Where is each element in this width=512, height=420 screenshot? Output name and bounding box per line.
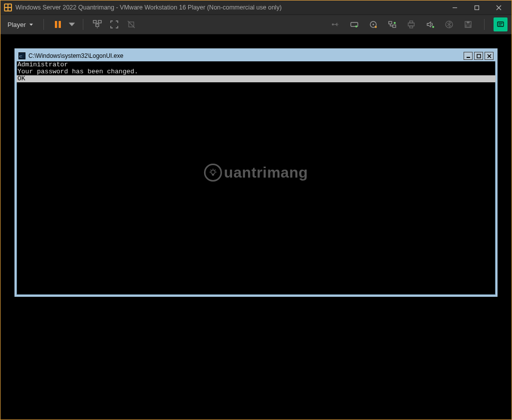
svg-rect-2 (8, 4, 11, 7)
svg-rect-11 (93, 20, 96, 23)
svg-rect-34 (498, 22, 504, 26)
send-ctrl-alt-del-button[interactable] (90, 17, 104, 31)
svg-point-25 (394, 22, 396, 24)
svg-rect-24 (393, 25, 396, 27)
floppy-icon (464, 20, 473, 29)
chevron-down-icon (68, 20, 76, 29)
svg-rect-41 (477, 54, 481, 58)
svg-rect-32 (467, 21, 470, 23)
close-button[interactable] (488, 0, 510, 14)
guest-maximize-button[interactable] (474, 52, 483, 60)
pause-button[interactable] (51, 17, 65, 31)
vmware-window: Windows Server 2022 Quantrimang - VMware… (0, 0, 512, 420)
messages-button[interactable] (494, 17, 508, 31)
sound-status-icon[interactable] (423, 17, 437, 31)
svg-rect-10 (58, 21, 61, 28)
minimize-button[interactable] (444, 0, 466, 14)
console-line-selected[interactable]: OK (16, 75, 496, 82)
drive-icon (350, 20, 359, 29)
fullscreen-icon (110, 20, 119, 29)
watermark-text: uantrimang (224, 164, 308, 181)
svg-rect-26 (408, 23, 414, 26)
svg-rect-9 (55, 21, 57, 28)
watermark: uantrimang (204, 164, 308, 182)
svg-rect-50 (212, 174, 214, 176)
sound-icon (426, 20, 435, 29)
svg-point-21 (373, 24, 374, 25)
vmware-toolbar: Player (0, 14, 512, 34)
console-line: Your password has been changed. (16, 68, 496, 75)
svg-line-49 (215, 170, 216, 171)
maximize-button[interactable] (466, 0, 488, 14)
chevron-down-icon (29, 22, 33, 27)
printer-icon (407, 20, 416, 29)
network-status-icon[interactable] (385, 17, 399, 31)
svg-rect-6 (475, 5, 479, 9)
console-line: Administrator (16, 61, 496, 68)
console-body[interactable]: AdministratorYour password has been chan… (16, 61, 496, 82)
svg-point-19 (355, 25, 357, 27)
player-menu[interactable]: Player (4, 19, 36, 30)
send-cad-icon (93, 20, 102, 29)
svg-point-44 (211, 170, 215, 174)
window-title: Windows Server 2022 Quantrimang - VMware… (15, 4, 444, 11)
network-icon (388, 20, 397, 29)
logonui-titlebar[interactable]: c: C:\Windows\system32\LogonUI.exe (16, 50, 496, 61)
svg-point-16 (332, 23, 334, 25)
unity-icon (127, 20, 136, 29)
printer-status-icon[interactable] (404, 17, 418, 31)
svg-text:c:: c: (19, 54, 22, 58)
svg-rect-27 (410, 21, 413, 23)
fullscreen-button[interactable] (107, 17, 121, 31)
svg-rect-1 (5, 4, 7, 7)
floppy-status-icon[interactable] (461, 17, 475, 31)
pause-icon (53, 20, 62, 29)
logonui-window: c: C:\Windows\system32\LogonUI.exe Admin… (14, 48, 498, 297)
cd-icon (369, 20, 378, 29)
bluetooth-icon (445, 20, 454, 29)
console-app-icon: c: (18, 52, 25, 59)
unity-button[interactable] (124, 17, 138, 31)
guest-display[interactable]: c: C:\Windows\system32\LogonUI.exe Admin… (0, 34, 512, 420)
svg-rect-4 (8, 8, 11, 10)
vmware-app-icon (3, 3, 12, 12)
bluetooth-status-icon[interactable] (442, 17, 456, 31)
svg-rect-12 (98, 20, 101, 23)
separator (43, 19, 44, 30)
svg-point-22 (375, 26, 377, 28)
svg-rect-23 (389, 21, 392, 24)
svg-point-29 (432, 26, 434, 28)
svg-rect-33 (466, 25, 470, 27)
power-dropdown[interactable] (68, 17, 76, 31)
svg-rect-28 (410, 26, 413, 28)
cd-status-icon[interactable] (366, 17, 380, 31)
svg-rect-3 (5, 8, 7, 10)
guest-minimize-button[interactable] (464, 52, 473, 60)
usb-status-icon[interactable] (328, 17, 342, 31)
message-icon (496, 20, 505, 29)
usb-icon (331, 20, 340, 29)
window-controls (444, 0, 510, 14)
svg-rect-40 (467, 57, 470, 58)
svg-rect-13 (96, 24, 99, 26)
logonui-title: C:\Windows\system32\LogonUI.exe (28, 52, 462, 59)
svg-line-48 (211, 170, 212, 171)
watermark-bulb-icon (204, 164, 222, 182)
drive-status-icon[interactable] (347, 17, 361, 31)
vmware-titlebar: Windows Server 2022 Quantrimang - VMware… (0, 0, 512, 14)
separator (484, 19, 485, 30)
guest-close-button[interactable] (485, 52, 494, 60)
separator (83, 19, 83, 30)
player-menu-label: Player (7, 21, 26, 28)
